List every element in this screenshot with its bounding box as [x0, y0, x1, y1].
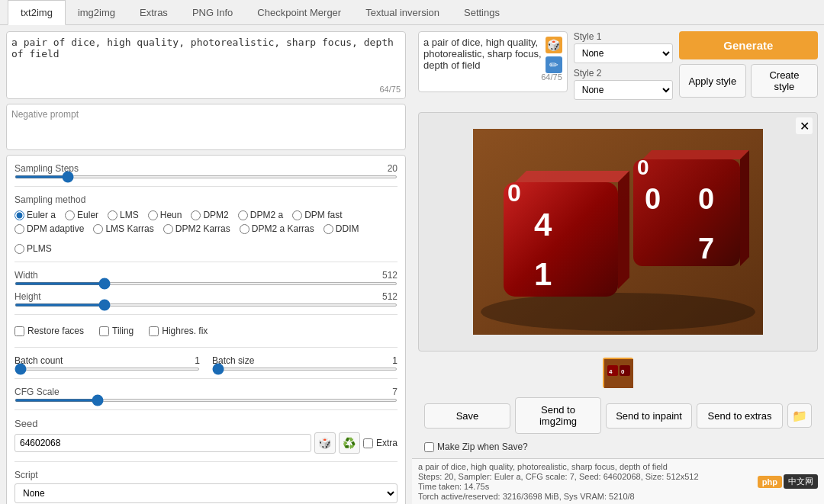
seed-input-row: 64602068 🎲 ♻️ Extra — [14, 432, 398, 454]
apply-style-button[interactable]: Apply style — [679, 64, 746, 98]
style-panel: Style 1 None Style 2 None — [574, 31, 673, 100]
radio-dpm2[interactable]: DPM2 — [191, 210, 228, 220]
svg-text:0: 0 — [698, 183, 714, 215]
radio-dpm2-a-karras[interactable]: DPM2 a Karras — [240, 223, 314, 234]
radio-dpm2-karras[interactable]: DPM2 Karras — [163, 223, 230, 234]
thumb-image: 4 0 — [604, 359, 633, 388]
radio-plms[interactable]: PLMS — [14, 243, 52, 254]
batch-count-slider[interactable] — [14, 368, 200, 371]
radio-euler[interactable]: Euler — [65, 210, 98, 220]
batch-size-slider[interactable] — [212, 368, 398, 371]
open-folder-button[interactable]: 📁 — [787, 403, 812, 428]
image-thumbnail[interactable]: 4 0 — [603, 358, 633, 388]
tab-settings[interactable]: Settings — [452, 0, 512, 24]
script-label: Script — [14, 470, 398, 480]
seed-row: Seed 64602068 🎲 ♻️ Extra — [14, 418, 398, 454]
send-to-inpaint-button[interactable]: Send to inpaint — [606, 403, 692, 429]
checkboxes-row: Restore faces Tiling Highres. fix — [14, 323, 398, 339]
radio-dpm2-a[interactable]: DPM2 a — [238, 210, 283, 220]
tab-extras[interactable]: Extras — [127, 0, 180, 24]
seed-recycle-button[interactable]: ♻️ — [339, 432, 360, 454]
width-slider[interactable] — [14, 282, 398, 285]
right-panel: a pair of dice, high quality, photoreali… — [412, 25, 824, 504]
status-bar: a pair of dice, high quality, photoreali… — [412, 458, 824, 504]
negative-prompt-input[interactable] — [11, 120, 401, 143]
restore-faces-label: Restore faces — [27, 326, 84, 336]
image-close-button[interactable]: ✕ — [796, 117, 813, 134]
output-prompt-text: a pair of dice, high quality, photoreali… — [418, 462, 699, 471]
image-output: 4 1 0 0 — [412, 106, 824, 458]
prompt-count: 64/75 — [423, 72, 562, 82]
main-content: a pair of dice, high quality, photoreali… — [0, 25, 824, 504]
restore-faces-check[interactable]: Restore faces — [14, 326, 84, 336]
cfg-scale-slider[interactable] — [14, 399, 398, 402]
image-thumbnail-row: 4 0 — [418, 356, 818, 390]
height-row: Height 512 — [14, 291, 398, 307]
tab-txt2img[interactable]: txt2img — [8, 0, 66, 25]
prompt-display-area: a pair of dice, high quality, photoreali… — [418, 31, 568, 92]
style2-item: Style 2 None — [574, 68, 673, 100]
prompt-char-count: 64/75 — [11, 85, 401, 94]
radio-ddim[interactable]: DDIM — [323, 223, 359, 234]
script-section: Script None — [14, 470, 398, 503]
sampling-method-group: Sampling method Euler a Euler LMS Heun D… — [14, 194, 398, 254]
seed-dice-button[interactable]: 🎲 — [314, 432, 336, 454]
tab-checkpoint-merger[interactable]: Checkpoint Merger — [245, 0, 353, 24]
radio-lms[interactable]: LMS — [108, 210, 139, 220]
create-style-button[interactable]: Create style — [751, 64, 818, 98]
radio-dpm-adaptive[interactable]: DPM adaptive — [14, 223, 84, 234]
make-zip-checkbox[interactable] — [424, 442, 434, 452]
prompt-input[interactable]: a pair of dice, high quality, photoreali… — [11, 37, 401, 82]
save-button[interactable]: Save — [424, 403, 510, 429]
tab-textual-inversion[interactable]: Textual inversion — [353, 0, 452, 24]
nav-tabs: txt2img img2img Extras PNG Info Checkpoi… — [0, 0, 824, 25]
generate-button[interactable]: Generate — [679, 31, 818, 59]
seed-input[interactable]: 64602068 — [14, 434, 311, 452]
style1-select[interactable]: None — [574, 43, 673, 63]
highres-fix-check[interactable]: Highres. fix — [149, 326, 208, 336]
extra-seed-check[interactable]: Extra — [363, 438, 398, 448]
edit-icon[interactable]: ✏ — [546, 56, 562, 73]
prompt-icons: 🎲 ✏ — [546, 37, 562, 73]
radio-heun[interactable]: Heun — [148, 210, 182, 220]
highres-fix-label: Highres. fix — [162, 326, 208, 336]
style-action-buttons: Apply style Create style — [679, 64, 818, 98]
style1-label: Style 1 — [574, 31, 673, 42]
tab-img2img[interactable]: img2img — [66, 0, 127, 24]
height-slider[interactable] — [14, 303, 398, 307]
output-steps-info: Steps: 20, Sampler: Euler a, CFG scale: … — [418, 472, 699, 481]
left-panel: a pair of dice, high quality, photoreali… — [0, 25, 412, 504]
negative-prompt-section: Negative prompt — [6, 104, 406, 150]
svg-text:0: 0 — [637, 156, 649, 179]
radio-lms-karras[interactable]: LMS Karras — [93, 223, 153, 234]
style1-item: Style 1 None — [574, 31, 673, 63]
php-badge: php — [758, 476, 782, 488]
sampling-steps-slider[interactable] — [14, 175, 398, 178]
image-container: 4 1 0 0 — [418, 112, 818, 352]
svg-text:1: 1 — [534, 256, 552, 292]
style2-select[interactable]: None — [574, 80, 673, 100]
style2-label: Style 2 — [574, 68, 673, 79]
tiling-check[interactable]: Tiling — [99, 326, 134, 336]
send-to-extras-button[interactable]: Send to extras — [697, 403, 783, 429]
negative-prompt-label: Negative prompt — [11, 109, 401, 120]
tab-png-info[interactable]: PNG Info — [180, 0, 245, 24]
sampling-steps-row: Sampling Steps 20 — [14, 163, 398, 178]
make-zip-label: Make Zip when Save? — [437, 441, 528, 452]
sampling-method-row1: Euler a Euler LMS Heun DPM2 DPM2 a DPM f… — [14, 210, 398, 220]
svg-text:4: 4 — [534, 207, 552, 242]
send-to-img2img-button[interactable]: Send to img2img — [515, 397, 601, 434]
sampling-method-label: Sampling method — [14, 194, 398, 205]
radio-dpm-fast[interactable]: DPM fast — [292, 210, 342, 220]
controls-section: Sampling Steps 20 Sampling method Euler … — [6, 155, 406, 504]
tiling-label: Tiling — [112, 326, 134, 336]
svg-text:0: 0 — [507, 179, 521, 207]
radio-euler-a[interactable]: Euler a — [14, 210, 56, 220]
style-selects: Style 1 None Style 2 None — [574, 31, 673, 100]
script-select[interactable]: None — [14, 483, 398, 503]
emoji-icon[interactable]: 🎲 — [546, 37, 562, 53]
batch-row: Batch count 1 Batch size 1 — [14, 355, 398, 371]
svg-text:7: 7 — [698, 233, 714, 265]
extra-seed-label: Extra — [376, 438, 398, 448]
cfg-scale-row: CFG Scale 7 — [14, 387, 398, 402]
